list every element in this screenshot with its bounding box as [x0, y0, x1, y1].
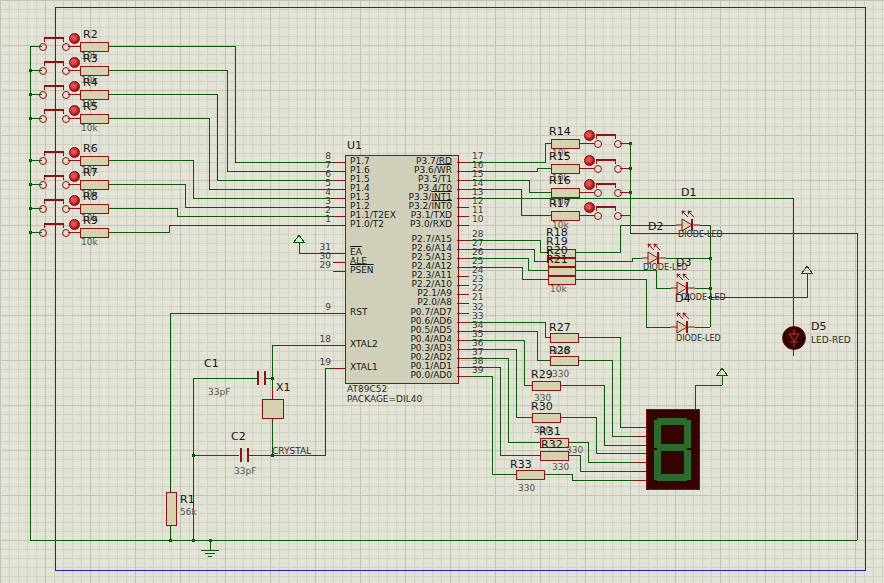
button-terminal: [594, 212, 602, 220]
button-leg: [596, 159, 597, 164]
push-button[interactable]: [596, 183, 616, 185]
pin-stub: [457, 367, 469, 368]
button-leg: [44, 199, 45, 204]
pin-stub: [457, 240, 469, 241]
pin-stub: [333, 171, 345, 172]
crystal-body[interactable]: [262, 399, 284, 419]
button-indicator-icon[interactable]: [69, 147, 80, 158]
push-button[interactable]: [596, 134, 616, 136]
button-terminal: [39, 67, 47, 75]
capacitor-c1-ref: C1: [204, 357, 219, 370]
push-button[interactable]: [44, 151, 64, 153]
resistor-r1-value: 56k: [180, 507, 197, 517]
pin-number: 18: [311, 334, 331, 344]
pin-stub: [457, 267, 469, 268]
button-terminal: [614, 189, 622, 197]
pin-number: 1: [311, 214, 331, 224]
pin-stub: [333, 162, 345, 163]
capacitor-c2-ref: C2: [231, 430, 246, 443]
led-red-body[interactable]: [782, 326, 806, 350]
push-button[interactable]: [44, 85, 64, 87]
pin-stub: [457, 198, 469, 199]
pin-stub: [457, 322, 469, 323]
button-indicator-icon[interactable]: [69, 81, 80, 92]
resistor-ref: R3: [83, 52, 98, 65]
button-indicator-icon[interactable]: [69, 219, 80, 230]
resistor-body[interactable]: [532, 381, 561, 391]
resistor-ref: R32: [541, 438, 563, 451]
button-terminal: [62, 43, 70, 51]
button-indicator-icon[interactable]: [69, 171, 80, 182]
button-indicator-icon[interactable]: [584, 130, 595, 141]
led-red-type: LED-RED: [811, 335, 851, 345]
button-indicator-icon[interactable]: [584, 155, 595, 166]
resistor-r1-ref: R1: [180, 493, 195, 506]
pin-stub: [457, 162, 469, 163]
resistor-body[interactable]: [516, 470, 545, 480]
resistor-body[interactable]: [550, 356, 579, 366]
pin-stub: [457, 285, 469, 286]
button-indicator-icon[interactable]: [584, 202, 595, 213]
button-terminal: [39, 115, 47, 123]
push-button[interactable]: [44, 109, 64, 111]
resistor-ref: R31: [539, 425, 561, 438]
capacitor-c2-plate: [240, 448, 242, 462]
button-indicator-icon[interactable]: [69, 195, 80, 206]
resistor-body[interactable]: [532, 413, 561, 423]
diode-ref: D3: [676, 256, 691, 269]
resistor-body[interactable]: [548, 267, 576, 276]
diode-led-icon[interactable]: [676, 210, 706, 232]
push-button[interactable]: [44, 199, 64, 201]
push-button[interactable]: [44, 223, 64, 225]
button-leg: [615, 134, 616, 139]
pin-stub: [333, 225, 345, 226]
push-button[interactable]: [44, 175, 64, 177]
push-button[interactable]: [596, 206, 616, 208]
pin-stub: [457, 276, 469, 277]
button-terminal: [594, 140, 602, 148]
push-button[interactable]: [44, 61, 64, 63]
pin-stub: [333, 207, 345, 208]
pin-name-text: P2.0/A8: [417, 297, 452, 307]
resistor-ref: R17: [549, 197, 571, 210]
seven-segment-display[interactable]: [646, 409, 700, 490]
button-leg: [596, 183, 597, 188]
resistor-body[interactable]: [550, 333, 579, 343]
led-diode-glyph-icon: [783, 327, 805, 349]
pin-stub: [457, 180, 469, 181]
led-red-ref: D5: [811, 320, 826, 333]
pin-stub: [457, 376, 469, 377]
button-leg: [44, 223, 45, 228]
button-terminal: [614, 140, 622, 148]
resistor-body[interactable]: [540, 451, 569, 461]
push-button[interactable]: [596, 159, 616, 161]
diode-ref: D1: [681, 186, 696, 199]
diode-type: DIODE-LED: [676, 334, 721, 343]
pin-name-text: P3.0/RXD: [410, 219, 452, 229]
button-leg: [596, 134, 597, 139]
resistor-ref: R21: [546, 253, 568, 266]
button-indicator-icon[interactable]: [69, 57, 80, 68]
diode-ref: D2: [648, 220, 663, 233]
button-indicator-icon[interactable]: [69, 105, 80, 116]
pin-stub: [333, 216, 345, 217]
button-leg: [63, 109, 64, 114]
capacitor-c2-plate: [247, 448, 249, 462]
button-leg: [63, 37, 64, 42]
button-terminal: [614, 212, 622, 220]
mcu-package: PACKAGE=DIL40: [347, 394, 422, 404]
button-indicator-icon[interactable]: [69, 33, 80, 44]
pin-number: 9: [311, 302, 331, 312]
pin-stub: [457, 249, 469, 250]
pin-stub: [457, 349, 469, 350]
pin-name: P3.0/RXD: [346, 219, 452, 229]
diode-led-icon[interactable]: [642, 243, 672, 265]
pin-stub: [333, 198, 345, 199]
pin-stub: [457, 258, 469, 259]
diode-led-icon[interactable]: [671, 312, 701, 334]
push-button[interactable]: [44, 37, 64, 39]
resistor-r1-body[interactable]: [166, 492, 177, 526]
pin-number: 29: [311, 260, 331, 270]
segment-a: [657, 418, 687, 425]
button-indicator-icon[interactable]: [584, 179, 595, 190]
